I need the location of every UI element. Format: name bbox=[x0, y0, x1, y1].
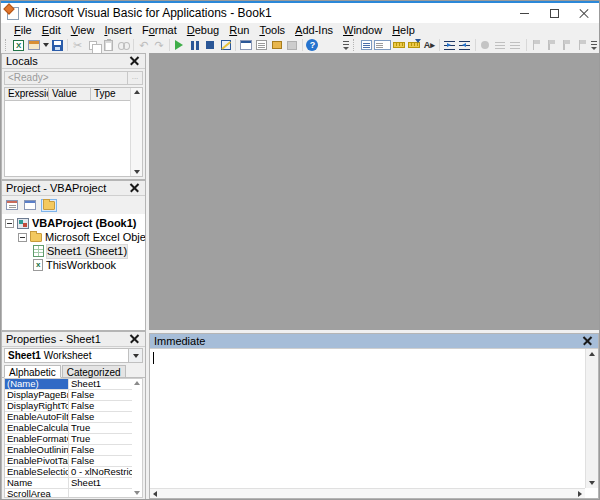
scroll-down-icon[interactable] bbox=[589, 481, 595, 485]
menu-window[interactable]: Window bbox=[338, 24, 387, 36]
indent-button[interactable] bbox=[442, 38, 457, 53]
scroll-up-icon[interactable] bbox=[589, 352, 595, 356]
quick-info-icon bbox=[393, 42, 405, 48]
menu-run[interactable]: Run bbox=[224, 24, 254, 36]
outdent-button[interactable] bbox=[457, 38, 472, 53]
scroll-up-icon[interactable] bbox=[134, 90, 140, 94]
scroll-down-icon[interactable] bbox=[134, 491, 140, 495]
locals-scrollbar[interactable] bbox=[130, 88, 142, 176]
toggle-folders-button[interactable] bbox=[41, 199, 57, 212]
project-close-button[interactable] bbox=[128, 182, 141, 194]
run-sub-userform-button[interactable] bbox=[172, 38, 187, 53]
properties-window-button[interactable] bbox=[253, 38, 268, 53]
toolbox-button[interactable] bbox=[284, 38, 299, 53]
properties-close-button[interactable] bbox=[128, 333, 141, 345]
property-row[interactable]: EnableAutoFilter False bbox=[5, 412, 142, 423]
view-code-button[interactable] bbox=[5, 199, 19, 211]
toggle-breakpoint-button[interactable] bbox=[478, 38, 493, 53]
cut-button[interactable]: ✂ bbox=[70, 38, 85, 53]
property-row[interactable]: EnableCalculation True bbox=[5, 423, 142, 434]
property-name: EnablePivotTable bbox=[5, 456, 69, 466]
insert-userform-button[interactable] bbox=[26, 38, 41, 53]
tree-item-sheet1[interactable]: Sheet1 (Sheet1) bbox=[2, 244, 145, 258]
menu-insert[interactable]: Insert bbox=[99, 24, 137, 36]
comment-block-button[interactable] bbox=[493, 38, 508, 53]
menu-add-ins[interactable]: Add-Ins bbox=[290, 24, 338, 36]
view-microsoft-excel-button[interactable] bbox=[11, 38, 26, 53]
collapse-icon[interactable] bbox=[5, 219, 14, 228]
bookmark-icon bbox=[532, 40, 541, 50]
parameter-info-button[interactable] bbox=[406, 38, 421, 53]
property-row[interactable]: Name Sheet1 bbox=[5, 478, 142, 489]
property-row[interactable]: EnableSelection 0 - xlNoRestrictions bbox=[5, 467, 142, 478]
immediate-close-button[interactable] bbox=[581, 335, 594, 347]
property-row[interactable]: DisplayPageBreaks False bbox=[5, 390, 142, 401]
paste-button[interactable] bbox=[101, 38, 116, 53]
object-browser-button[interactable] bbox=[269, 38, 284, 53]
properties-scrollbar[interactable] bbox=[132, 379, 142, 497]
locals-call-stack-button[interactable]: ... bbox=[128, 71, 143, 85]
redo-button[interactable]: ↷ bbox=[152, 38, 167, 53]
complete-word-button[interactable]: A▸ bbox=[422, 38, 437, 53]
property-row[interactable]: ScrollArea bbox=[5, 489, 142, 498]
menu-help[interactable]: Help bbox=[387, 24, 420, 36]
list-constants-button[interactable] bbox=[374, 38, 391, 53]
immediate-input-area[interactable] bbox=[150, 349, 598, 498]
object-dropdown[interactable]: Sheet1 Worksheet bbox=[4, 348, 143, 363]
uncomment-block-button[interactable] bbox=[508, 38, 523, 53]
menu-edit[interactable]: Edit bbox=[37, 24, 66, 36]
toggle-bookmark-button[interactable] bbox=[529, 38, 544, 53]
next-bookmark-button[interactable] bbox=[544, 38, 559, 53]
tree-item-thisworkbook[interactable]: ThisWorkbook bbox=[2, 258, 145, 272]
scroll-left-icon[interactable] bbox=[153, 491, 157, 497]
previous-bookmark-button[interactable] bbox=[559, 38, 574, 53]
locals-close-button[interactable] bbox=[128, 55, 141, 67]
insert-object-dropdown[interactable] bbox=[41, 38, 49, 53]
undo-button[interactable]: ↶ bbox=[136, 38, 151, 53]
property-row[interactable]: EnableOutlining False bbox=[5, 445, 142, 456]
minimize-button[interactable] bbox=[509, 3, 539, 23]
help-button[interactable] bbox=[304, 38, 319, 53]
tree-item-vbaproject[interactable]: VBAProject (Book1) bbox=[2, 216, 145, 230]
scroll-right-icon[interactable] bbox=[578, 491, 582, 497]
play-icon bbox=[175, 40, 183, 50]
property-row[interactable]: EnablePivotTable False bbox=[5, 456, 142, 467]
tree-item-excel-objects[interactable]: Microsoft Excel Objects bbox=[2, 230, 145, 244]
toolbar-grip[interactable] bbox=[5, 39, 9, 51]
find-button[interactable] bbox=[116, 38, 131, 53]
toolbar-options-button[interactable] bbox=[342, 38, 351, 52]
property-row[interactable]: DisplayRightToLeft False bbox=[5, 401, 142, 412]
toolbar-options-button[interactable] bbox=[590, 38, 599, 52]
menu-file[interactable]: File bbox=[9, 24, 37, 36]
immediate-vertical-scrollbar[interactable] bbox=[585, 349, 598, 488]
tab-alphabetic[interactable]: Alphabetic bbox=[4, 365, 61, 378]
menu-debug[interactable]: Debug bbox=[182, 24, 224, 36]
menu-format[interactable]: Format bbox=[137, 24, 182, 36]
maximize-button[interactable] bbox=[539, 3, 569, 23]
save-button[interactable] bbox=[50, 38, 65, 53]
close-button[interactable] bbox=[569, 3, 599, 23]
menu-tools[interactable]: Tools bbox=[254, 24, 290, 36]
property-row[interactable]: (Name) Sheet1 bbox=[5, 379, 142, 390]
toolbar-grip[interactable] bbox=[353, 39, 357, 51]
view-object-button[interactable] bbox=[23, 199, 37, 211]
menu-view[interactable]: View bbox=[66, 24, 100, 36]
clear-all-bookmarks-button[interactable] bbox=[575, 38, 590, 53]
dropdown-button[interactable] bbox=[128, 349, 142, 362]
locals-title: Locals bbox=[6, 55, 38, 67]
design-mode-button[interactable] bbox=[218, 38, 233, 53]
collapse-icon[interactable] bbox=[18, 233, 27, 242]
toolbar-separator bbox=[235, 39, 236, 51]
scroll-up-icon[interactable] bbox=[134, 381, 140, 385]
object-browser-icon bbox=[272, 41, 282, 49]
list-properties-methods-button[interactable] bbox=[359, 38, 374, 53]
immediate-horizontal-scrollbar[interactable] bbox=[150, 488, 585, 498]
break-button[interactable] bbox=[187, 38, 202, 53]
reset-button[interactable] bbox=[203, 38, 218, 53]
project-explorer-button[interactable] bbox=[238, 38, 253, 53]
copy-button[interactable] bbox=[85, 38, 100, 53]
property-row[interactable]: EnableFormatConditionsCalculation True bbox=[5, 434, 142, 445]
tab-categorized[interactable]: Categorized bbox=[62, 365, 126, 377]
scroll-down-icon[interactable] bbox=[134, 170, 140, 174]
quick-info-button[interactable] bbox=[391, 38, 406, 53]
